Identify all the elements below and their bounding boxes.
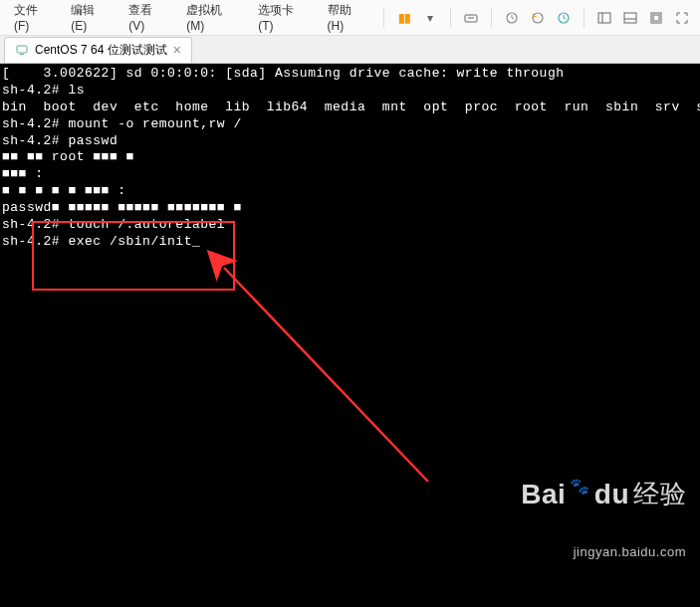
watermark-url: jingyan.baidu.com: [521, 544, 686, 561]
snapshot-button-1[interactable]: [500, 6, 524, 30]
fullscreen-icon: [648, 10, 664, 26]
clock-icon: [504, 10, 520, 26]
layout-button-1[interactable]: [592, 6, 616, 30]
watermark-brand: Bai: [521, 477, 566, 512]
dropdown-icon[interactable]: ▾: [418, 6, 442, 30]
svg-rect-12: [20, 54, 24, 55]
svg-line-13: [224, 268, 428, 482]
separator: [491, 8, 492, 28]
watermark-brand: du: [594, 477, 629, 512]
unity-button[interactable]: [670, 6, 694, 30]
svg-rect-7: [624, 13, 636, 23]
panel-left-icon: [596, 10, 612, 26]
menu-view[interactable]: 查看(V): [120, 0, 176, 37]
terminal-text: [ 3.002622] sd 0:0:0:0: [sda] Assuming d…: [2, 66, 698, 251]
svg-point-3: [533, 13, 543, 23]
menu-vm[interactable]: 虚拟机(M): [178, 0, 248, 37]
separator: [583, 8, 584, 28]
svg-rect-5: [598, 13, 610, 23]
separator: [383, 8, 384, 28]
watermark-cn: 经验: [633, 478, 686, 511]
terminal[interactable]: [ 3.002622] sd 0:0:0:0: [sda] Assuming d…: [0, 64, 700, 607]
panel-bottom-icon: [622, 10, 638, 26]
separator: [450, 8, 451, 28]
clock-back-icon: [530, 10, 546, 26]
snapshot-button-3[interactable]: [552, 6, 576, 30]
clock-manage-icon: [556, 10, 572, 26]
menu-file[interactable]: 文件(F): [6, 0, 61, 37]
menu-tabs[interactable]: 选项卡(T): [250, 0, 317, 37]
tabbar: CentOS 7 64 位测试测试 ×: [0, 36, 700, 64]
menu-help[interactable]: 帮助(H): [320, 0, 376, 37]
send-keys-button[interactable]: [459, 6, 483, 30]
fullscreen-button[interactable]: [644, 6, 668, 30]
paw-icon: 🐾: [570, 477, 590, 498]
svg-rect-10: [653, 15, 659, 21]
tab-close-button[interactable]: ×: [173, 43, 181, 57]
watermark: Bai🐾du 经验 jingyan.baidu.com: [521, 443, 686, 595]
menubar: 文件(F) 编辑(E) 查看(V) 虚拟机(M) 选项卡(T) 帮助(H) ▮▮…: [0, 0, 700, 36]
keyboard-icon: [463, 10, 479, 26]
vm-icon: [15, 43, 29, 57]
expand-icon: [674, 10, 690, 26]
tab-centos[interactable]: CentOS 7 64 位测试测试 ×: [4, 37, 192, 63]
layout-button-2[interactable]: [618, 6, 642, 30]
tab-title: CentOS 7 64 位测试测试: [35, 42, 167, 59]
pause-button[interactable]: ▮▮: [392, 6, 416, 30]
snapshot-button-2[interactable]: [526, 6, 550, 30]
svg-rect-11: [17, 46, 27, 53]
menu-edit[interactable]: 编辑(E): [63, 0, 118, 37]
